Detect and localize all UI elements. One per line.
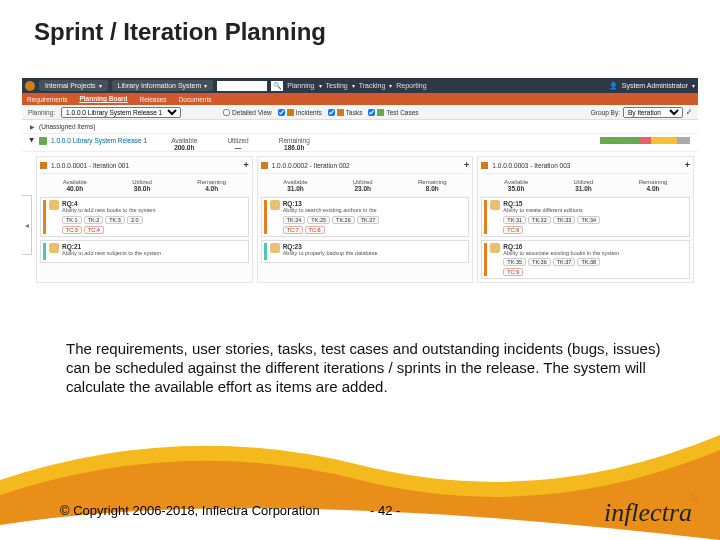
menu-tracking[interactable]: Tracking	[359, 82, 386, 89]
app-screenshot: Internal Projects ▾ Library Information …	[22, 78, 698, 326]
collapse-handle[interactable]: ◂	[22, 195, 32, 255]
opt-detailed[interactable]: Detailed View	[223, 109, 272, 116]
nav-tabs: Requirements Planning Board Releases Doc…	[22, 93, 698, 105]
iteration-grid: 1.0.0.0.0001 - Iteration 001 + Available…	[22, 152, 698, 287]
testcase-icon	[377, 109, 384, 116]
opt-tasks[interactable]: Tasks	[328, 109, 363, 116]
testcase-chip[interactable]: TC:9	[503, 268, 523, 276]
expand-icon: ▶	[30, 123, 35, 130]
release-select[interactable]: 1.0.0.0 Library System Release 1	[61, 107, 181, 118]
slide-title: Sprint / Iteration Planning	[34, 18, 326, 46]
tab-planning-board[interactable]: Planning Board	[79, 95, 127, 103]
add-card-button[interactable]: +	[685, 160, 690, 170]
task-chip[interactable]: TK:2	[84, 216, 104, 224]
board-card[interactable]: RQ:4 Ability to add new books to the sys…	[40, 197, 249, 237]
iteration-stats: Available31.0h Utilized23.0h Remaining8.…	[261, 177, 470, 194]
iteration-stats: Available40.0h Utilized36.0h Remaining4.…	[40, 177, 249, 194]
tab-documents[interactable]: Documents	[179, 96, 212, 103]
release-progress-bar	[600, 137, 690, 144]
search-button[interactable]: 🔍	[271, 81, 283, 91]
avatar	[490, 200, 500, 210]
iteration-column: 1.0.0.0.0002 - Iteration 002 + Available…	[257, 156, 474, 283]
tab-requirements[interactable]: Requirements	[27, 96, 67, 103]
slide-description: The requirements, user stories, tasks, t…	[66, 340, 670, 396]
task-icon	[337, 109, 344, 116]
task-chip[interactable]: TK:31	[503, 216, 526, 224]
iteration-header[interactable]: 1.0.0.0.0003 - Iteration 003 +	[481, 160, 690, 174]
board-card[interactable]: RQ:15 Ability to create different editio…	[481, 197, 690, 237]
release-link[interactable]: 1.0.0.0 Library System Release 1	[51, 137, 147, 144]
task-chip[interactable]: TK:3	[105, 216, 125, 224]
task-chip[interactable]: TK:33	[553, 216, 576, 224]
task-chip[interactable]: TK:25	[307, 216, 330, 224]
card-id: RQ:16	[503, 243, 687, 250]
iteration-title: 1.0.0.0.0003 - Iteration 003	[492, 162, 570, 169]
card-text: Ability to associate existing books in t…	[503, 250, 687, 257]
card-edge	[264, 200, 267, 234]
iteration-icon	[40, 162, 47, 169]
project-name-dropdown[interactable]: Library Information System ▾	[112, 80, 214, 91]
tab-releases[interactable]: Releases	[140, 96, 167, 103]
card-id: RQ:15	[503, 200, 687, 207]
iteration-header[interactable]: 1.0.0.0.0002 - Iteration 002 +	[261, 160, 470, 174]
chevron-down-icon: ▾	[99, 82, 102, 89]
app-logo-icon	[25, 81, 35, 91]
expand-icon: ▶	[29, 138, 36, 143]
iteration-header[interactable]: 1.0.0.0.0001 - Iteration 001 +	[40, 160, 249, 174]
groupby-select[interactable]: By Iteration	[623, 107, 683, 118]
task-chip[interactable]: TK:24	[283, 216, 306, 224]
add-card-button[interactable]: +	[243, 160, 248, 170]
menu-planning[interactable]: Planning	[287, 82, 314, 89]
task-chip[interactable]: TK:35	[503, 258, 526, 266]
testcase-chip[interactable]: TC:8	[305, 226, 325, 234]
iteration-column: 1.0.0.0.0001 - Iteration 001 + Available…	[36, 156, 253, 283]
card-text: Ability to add new subjects to the syste…	[62, 250, 246, 257]
opt-testcases[interactable]: Test Cases	[368, 109, 418, 116]
testcase-chip[interactable]: TC:7	[283, 226, 303, 234]
task-chip[interactable]: TK:34	[577, 216, 600, 224]
card-edge	[43, 243, 46, 261]
project-name-label: Library Information System	[118, 82, 202, 89]
planning-label: Planning:	[28, 109, 55, 116]
app-topbar: Internal Projects ▾ Library Information …	[22, 78, 698, 93]
card-id: RQ:13	[283, 200, 467, 207]
testcase-chip[interactable]: TC:9	[503, 226, 523, 234]
task-chip[interactable]: TK:27	[357, 216, 380, 224]
row-unassigned[interactable]: ▶ (Unassigned Items)	[22, 120, 698, 134]
board-card[interactable]: RQ:16 Ability to associate existing book…	[481, 240, 690, 280]
testcase-chip[interactable]: TC:3	[62, 226, 82, 234]
menu-testing[interactable]: Testing	[326, 82, 348, 89]
menu-reporting[interactable]: Reporting	[396, 82, 426, 89]
task-chip[interactable]: TK:26	[332, 216, 355, 224]
row-release[interactable]: ▶ 1.0.0.0 Library System Release 1 Avail…	[22, 134, 698, 152]
testcase-chip[interactable]: TC:4	[84, 226, 104, 234]
iteration-stats: Available35.0h Utilized31.0h Remaining4.…	[481, 177, 690, 194]
card-edge	[264, 243, 267, 261]
search-input[interactable]	[217, 81, 267, 91]
points-chip: 2.0	[127, 216, 143, 224]
task-chip[interactable]: TK:36	[528, 258, 551, 266]
card-id: RQ:23	[283, 243, 467, 250]
brand-logo: inflectra≋	[604, 498, 692, 528]
task-chip[interactable]: TK:32	[528, 216, 551, 224]
task-chip[interactable]: TK:1	[62, 216, 82, 224]
avatar	[490, 243, 500, 253]
board-card[interactable]: RQ:13 Ability to search existing authors…	[261, 197, 470, 237]
task-chip[interactable]: TK:38	[577, 258, 600, 266]
iteration-title: 1.0.0.0.0001 - Iteration 001	[51, 162, 129, 169]
board-card[interactable]: RQ:23 Ability to properly backup the dat…	[261, 240, 470, 264]
groupby-label: Group By:	[591, 109, 620, 116]
opt-incidents[interactable]: Incidents	[278, 109, 322, 116]
avatar	[270, 200, 280, 210]
card-edge	[484, 200, 487, 234]
add-card-button[interactable]: +	[464, 160, 469, 170]
chevron-down-icon: ▾	[692, 82, 695, 89]
user-name[interactable]: System Administrator	[622, 82, 688, 89]
avatar	[270, 243, 280, 253]
unassigned-label: (Unassigned Items)	[39, 123, 95, 130]
task-chip[interactable]: TK:37	[553, 258, 576, 266]
expand-icon[interactable]: ⤢	[686, 108, 692, 116]
board-card[interactable]: RQ:21 Ability to add new subjects to the…	[40, 240, 249, 264]
user-icon: 👤	[609, 82, 618, 90]
projects-dropdown[interactable]: Internal Projects ▾	[39, 80, 108, 91]
